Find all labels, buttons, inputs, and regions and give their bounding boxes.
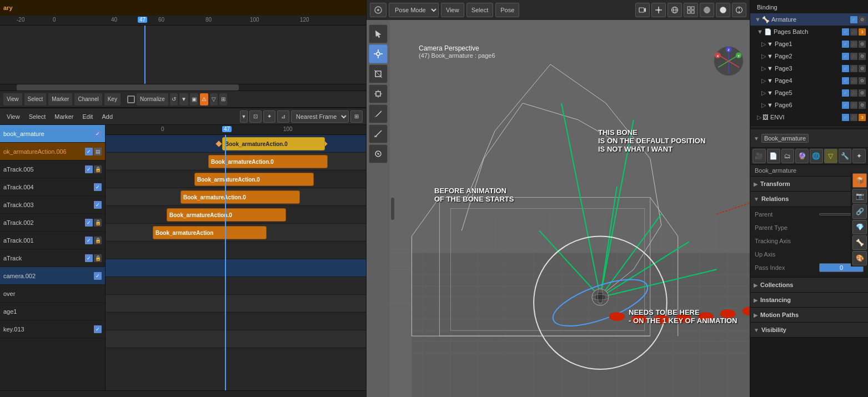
viewport-select-btn[interactable]: Select [466,3,494,17]
tool-measure[interactable] [369,124,388,143]
tool-extras[interactable] [369,144,388,163]
tree-item-page4[interactable]: ▷ ▼ Page4 ✓ 🎥 ⚙ [750,74,868,87]
nla-track-label-5[interactable]: aTrack.002 ✓ 🔒 [0,214,105,232]
nla-select-menu[interactable]: Select [26,112,49,121]
filter-btn3[interactable]: ⊞ [219,93,227,105]
nla-filter-icon[interactable]: ▼ [240,110,248,123]
rp-side-tab-material[interactable]: 🎨 [852,251,867,265]
timeline-view-btn[interactable]: View [3,93,22,105]
pages-extra-icon[interactable]: 3 [859,28,866,36]
pose-mode-select[interactable]: Pose Mode [389,3,439,17]
nla-track-label-11[interactable]: key.013 ✓ [0,320,105,338]
page2-cam-icon[interactable]: 🎥 [850,53,857,60]
nla-marker-menu[interactable]: Marker [51,112,77,121]
nla-track-label-7[interactable]: aTrack ✓ 🔒 [0,249,105,267]
timeline-select-btn[interactable]: Select [24,93,47,105]
rp-side-tab-render[interactable]: 📷 [852,189,867,203]
tree-item-page1[interactable]: ▷ ▼ Page1 ✓ 🎥 ⚙ [750,38,868,50]
viewport-render-icon[interactable] [716,3,730,17]
nla-box-btn[interactable]: ⊡ [249,110,262,123]
track-lock-5[interactable]: 🔒 [94,219,102,227]
tree-item-page5[interactable]: ▷ ▼ Page5 ✓ 🎥 ⚙ [750,87,868,99]
track-vis-8[interactable]: ✓ [94,272,102,280]
page3-vis-icon[interactable]: ✓ [842,65,849,72]
nla-track-label-0[interactable]: book_armature ✓ [0,125,105,143]
nla-block-3[interactable]: Book_armatureAction.0 [180,190,300,204]
track-vis-1[interactable]: ✓ [85,148,93,155]
timeline-scrollbar[interactable] [0,84,366,91]
filter-btn1[interactable]: ▼ [179,93,188,105]
rp-motion-paths-header[interactable]: ▶ Motion Paths [750,308,868,322]
rp-object-name-display[interactable]: Book_armature [761,134,809,143]
tool-select-cursor[interactable] [369,24,388,43]
rp-side-tab-data[interactable]: 💎 [852,220,867,234]
page6-vis-icon[interactable]: ✓ [842,102,849,109]
nla-snapping-select[interactable]: Nearest Frame [291,110,349,123]
nla-block-2[interactable]: Book_armatureAction.0 [194,173,314,186]
tool-transform[interactable] [369,84,388,103]
rp-tab-view-layer[interactable]: 🗂 [781,149,795,163]
tree-item-envi[interactable]: ▷ 🖼 ENVI ✓ 🎥 3 [750,111,868,123]
viewport-canvas[interactable]: Camera Perspective (47) Book_armature : … [390,20,750,397]
page4-vis-icon[interactable]: ✓ [842,77,849,84]
nla-view-menu[interactable]: View [3,112,23,121]
box-btn[interactable]: ▣ [190,93,198,105]
timeline-track-area[interactable] [0,26,366,84]
track-vis-11[interactable]: ✓ [94,325,102,333]
normalize-btn[interactable]: Normalize [137,93,168,105]
page5-cam-icon[interactable]: 🎥 [850,89,857,97]
nla-track-label-2[interactable]: aTrack.005 ✓ 🔒 [0,160,105,178]
filter-btn2[interactable]: ▽ [210,93,218,105]
viewport-options-icon[interactable] [732,3,746,17]
page4-extra-icon[interactable]: ⚙ [859,77,866,84]
viewport-camera-icon[interactable] [635,3,650,17]
page5-extra-icon[interactable]: ⚙ [859,89,866,97]
page1-cam-icon[interactable]: 🎥 [850,41,857,48]
viewport-view-btn[interactable]: View [441,3,464,17]
page3-extra-icon[interactable]: ⚙ [859,65,866,72]
pages-cam-icon[interactable]: 🎥 [850,28,857,36]
track-lock-6[interactable]: 🔒 [94,237,102,244]
nla-block-1[interactable]: Book_armatureAction.0 [208,155,328,168]
rp-tab-modifiers[interactable]: 🔧 [839,149,852,163]
refresh-btn[interactable]: ↺ [170,93,178,105]
nla-grid-btn[interactable]: ⊞ [350,110,363,123]
nla-track-label-8[interactable]: camera.002 ✓ [0,267,105,285]
nla-track-label-6[interactable]: aTrack.001 ✓ 🔒 [0,232,105,249]
page6-cam-icon[interactable]: 🎥 [850,102,857,109]
nla-scrollbar[interactable] [0,390,366,397]
tool-annotate[interactable] [369,104,388,123]
pages-vis-icon[interactable]: ✓ [842,28,849,36]
rp-visibility-header[interactable]: ▼ Visibility [750,323,868,337]
track-vis-4[interactable]: ✓ [94,201,102,209]
viewport-mode-icon[interactable] [370,3,387,17]
page6-extra-icon[interactable]: ⚙ [859,102,866,109]
track-vis-5[interactable]: ✓ [85,219,93,227]
rp-instancing-header[interactable]: ▶ Instancing [750,293,868,307]
envi-vis-icon[interactable]: ✓ [842,114,849,121]
viewport-globe-icon[interactable] [668,3,682,17]
rp-side-tab-object[interactable]: 📦 [852,173,867,188]
tree-item-armature[interactable]: ▼ 🦴 Armature ✓ ⚙ [750,13,868,26]
nla-tracks-area[interactable]: 0 47 100 Book_armatureAction.0 [106,125,366,390]
page1-vis-icon[interactable]: ✓ [842,41,849,48]
nla-block-0[interactable]: Book_armatureAction.0 [222,137,325,150]
tree-item-page6[interactable]: ▷ ▼ Page6 ✓ 🎥 ⚙ [750,99,868,111]
nla-snap-btn[interactable]: ✦ [263,110,275,123]
rp-tab-object[interactable]: ▽ [824,149,837,163]
timeline-channel-btn[interactable]: Channel [74,93,102,105]
track-vis-7[interactable]: ✓ [85,254,93,262]
tree-item-binding[interactable]: Binding [750,1,868,13]
viewport-resize-handle[interactable] [391,198,394,220]
warn-btn[interactable]: ⚠ [200,93,208,105]
nla-funnel-btn[interactable]: ⊿ [277,110,289,123]
track-vis-3[interactable]: ✓ [94,183,102,191]
track-extra-7[interactable]: 🔒 [94,254,102,262]
rp-side-tab-constraint[interactable]: 🔗 [852,204,867,219]
nla-track-label-9[interactable]: over [0,285,105,303]
armature-extra-icon[interactable]: ⚙ [859,16,866,23]
page4-cam-icon[interactable]: 🎥 [850,77,857,84]
rp-tab-render[interactable]: 🎥 [752,149,766,163]
rp-side-tab-bone[interactable]: 🦴 [852,235,867,250]
page1-extra-icon[interactable]: ⚙ [859,41,866,48]
